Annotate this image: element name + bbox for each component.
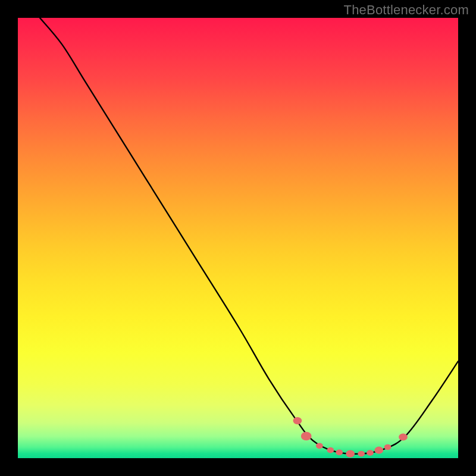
chart-container: TheBottlenecker.com (0, 0, 476, 476)
bottleneck-curve (40, 18, 458, 454)
curve-marker (374, 447, 383, 454)
curve-marker (336, 450, 343, 456)
curve-marker (367, 450, 374, 456)
curve-marker (316, 443, 323, 449)
marker-group (293, 417, 408, 458)
curve-layer (18, 18, 458, 458)
watermark-label: TheBottlenecker.com (344, 2, 469, 18)
curve-marker (384, 444, 392, 450)
curve-marker (301, 432, 312, 441)
curve-marker (327, 447, 334, 453)
curve-marker (358, 451, 365, 457)
curve-marker (293, 417, 302, 424)
plot-area (18, 18, 458, 458)
curve-marker (346, 450, 355, 458)
curve-marker (399, 433, 408, 440)
